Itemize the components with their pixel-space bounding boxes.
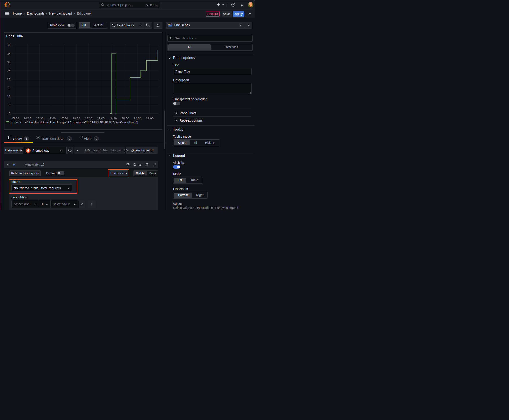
svg-text:19:30: 19:30: [109, 117, 117, 120]
svg-text:40: 40: [7, 44, 10, 47]
svg-text:18:00: 18:00: [73, 117, 80, 120]
svg-text:16:30: 16:30: [36, 117, 44, 120]
svg-text:17:30: 17:30: [60, 117, 68, 120]
svg-text:25: 25: [7, 69, 10, 73]
svg-text:17:00: 17:00: [48, 117, 56, 120]
svg-text:20: 20: [7, 78, 10, 81]
svg-text:0: 0: [8, 112, 10, 115]
svg-text:15:30: 15:30: [11, 117, 19, 120]
svg-text:20:30: 20:30: [134, 117, 141, 120]
svg-text:19:00: 19:00: [97, 117, 105, 120]
svg-text:30: 30: [7, 60, 10, 64]
svg-text:15: 15: [7, 86, 10, 90]
svg-text:35: 35: [7, 52, 10, 55]
svg-text:5: 5: [8, 103, 10, 106]
svg-text:16:00: 16:00: [23, 117, 31, 120]
svg-text:10: 10: [7, 95, 10, 98]
svg-text:18:30: 18:30: [85, 117, 92, 120]
svg-text:20:00: 20:00: [122, 117, 129, 120]
svg-text:{__name__="cloudflared_tunnel_: {__name__="cloudflared_tunnel_total_requ…: [11, 121, 138, 124]
svg-text:21:00: 21:00: [146, 117, 153, 120]
